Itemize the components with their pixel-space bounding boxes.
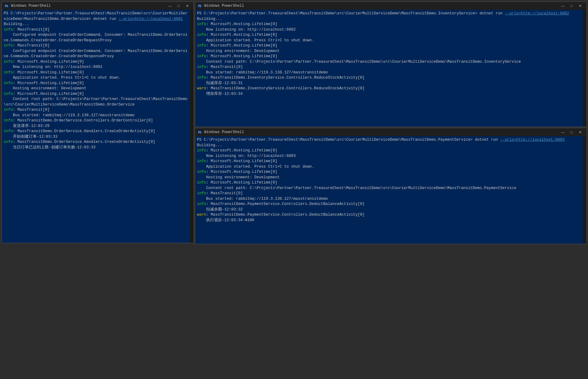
info-label: info [4, 129, 13, 133]
info-label: info [4, 43, 13, 48]
scrollbar[interactable] [583, 136, 586, 244]
svg-text:PS: PS [5, 5, 8, 8]
svg-text:PS: PS [198, 131, 202, 134]
minimize-button[interactable]: — [559, 3, 567, 9]
maximize-button[interactable]: □ [567, 129, 575, 135]
window-title: Windows PowerShell [204, 4, 559, 8]
powershell-window-win1: PS Windows PowerShell—□✕PS C:\Projects\P… [2, 2, 194, 243]
titlebar[interactable]: PS Windows PowerShell—□✕ [195, 128, 586, 136]
terminal-line: Bus started: rabbitmq://119.3.138.127/ma… [4, 113, 188, 118]
log-text: : MassTransit[0] [13, 108, 50, 112]
terminal-line: Hosting environment: Development [197, 49, 581, 54]
info-label: info [197, 33, 206, 37]
log-text: : Microsoft.Hosting.Lifetime[0] [13, 81, 84, 85]
window-title: Windows PowerShell [204, 130, 559, 134]
terminal-line: info: Microsoft.Hosting.Lifetime[0] [4, 70, 188, 76]
info-label: info [4, 140, 13, 144]
log-text: 当日订单已达到上限-创建订单失败-12:03:33 [4, 145, 96, 150]
window-controls: —□✕ [166, 3, 191, 9]
log-text: : MassTransit[0] [13, 43, 50, 48]
log-text: Now listening on: http://localhost:6002 [197, 28, 296, 32]
ps-body: PS C:\Projects\Partner\Partner.TreasureC… [195, 10, 586, 127]
log-text: : Microsoft.Hosting.Lifetime[0] [206, 33, 277, 37]
titlebar[interactable]: PS Windows PowerShell—□✕ [2, 2, 194, 10]
terminal-line: Application started. Press Ctrl+C to shu… [4, 75, 188, 81]
log-text: : MassTransitDemo.InventoryService.Contr… [206, 86, 365, 91]
terminal-line: Now listening on: http://localhost:6003 [197, 154, 581, 159]
warn-label: warn [197, 213, 206, 217]
terminal-line: info: Microsoft.Hosting.Lifetime[0] [197, 22, 581, 27]
terminal-line: Content root path: C:\Projects\Partner\P… [4, 97, 188, 107]
info-label: info [197, 202, 206, 206]
titlebar[interactable]: PS Windows PowerShell—□✕ [195, 2, 586, 10]
info-label: info [197, 180, 206, 185]
desktop: PS Windows PowerShell—□✕PS C:\Projects\P… [0, 0, 588, 379]
terminal-line: 扣减库存-12:03:31 [197, 81, 581, 86]
terminal-line: warn: MassTransitDemo.InventoryService.C… [197, 86, 581, 91]
terminal-line: info: MassTransitDemo.OrderService.Handl… [4, 139, 188, 145]
info-label: info [4, 60, 13, 64]
log-text: Hosting environment: Development [197, 175, 280, 180]
terminal-line: 开始创建订单-12:03:33 [4, 134, 188, 140]
ps-body: PS C:\Projects\Partner\Partner.TreasureC… [2, 10, 194, 243]
minimize-button[interactable]: — [166, 3, 174, 9]
terminal-line: info: MassTransitDemo.OrderService.Handl… [4, 129, 188, 134]
log-text: Bus started: rabbitmq://119.3.138.127/ma… [197, 197, 328, 201]
log-text: Building... [4, 22, 29, 26]
terminal-line: Bus started: rabbitmq://119.3.138.127/ma… [197, 196, 581, 202]
powershell-window-win2: PS Windows PowerShell—□✕PS C:\Projects\P… [195, 2, 587, 127]
minimize-button[interactable]: — [559, 129, 567, 135]
terminal-content[interactable]: PS C:\Projects\Partner\Partner.TreasureC… [2, 10, 190, 243]
terminal-line: info: MassTransit[0] [197, 65, 581, 70]
log-text: Application started. Press Ctrl+C to shu… [4, 76, 121, 80]
terminal-line: info: Microsoft.Hosting.Lifetime[0] [4, 91, 188, 97]
log-text: Configured endpoint CreateOrderCommand, … [4, 49, 187, 59]
terminal-content[interactable]: PS C:\Projects\Partner\Partner.TreasureC… [195, 136, 583, 244]
terminal-line: PS C:\Projects\Partner\Partner.TreasureC… [4, 11, 188, 22]
log-text: : Microsoft.Hosting.Lifetime[0] [206, 180, 277, 185]
scrollbar[interactable] [190, 10, 194, 243]
window-title: Windows PowerShell [11, 4, 166, 8]
terminal-line: info: Microsoft.Hosting.Lifetime[0] [197, 159, 581, 164]
powershell-icon: PS [4, 3, 9, 8]
log-text: 发送请求-12:03:29 [4, 124, 50, 128]
log-text: : Microsoft.Hosting.Lifetime[0] [206, 170, 277, 174]
terminal-line: 扣减余额-12:03:32 [197, 207, 581, 213]
log-text: : MassTransit[0] [206, 65, 243, 69]
terminal-line: Building... [4, 22, 188, 27]
powershell-window-win3: PS Windows PowerShell—□✕PS C:\Projects\P… [195, 128, 587, 244]
log-text: Building... [197, 143, 222, 147]
maximize-button[interactable]: □ [175, 3, 183, 9]
log-text: : Microsoft.Hosting.Lifetime[0] [206, 43, 277, 48]
log-text: Now listening on: http://localhost:6001 [4, 65, 103, 69]
log-text: Now listening on: http://localhost:6003 [197, 154, 296, 158]
info-label: info [197, 54, 206, 58]
terminal-line: 当日订单已达到上限-创建订单失败-12:03:33 [4, 145, 188, 150]
scrollbar[interactable] [583, 10, 586, 127]
info-label: info [4, 108, 13, 112]
prompt-text: PS C:\Projects\Partner\Partner.TreasureC… [197, 11, 505, 16]
terminal-line: Hosting environment: Development [197, 175, 581, 180]
ps-body: PS C:\Projects\Partner\Partner.TreasureC… [195, 136, 586, 244]
terminal-line: Building... [197, 17, 581, 22]
log-text: Content root path: C:\Projects\Partner\P… [197, 60, 521, 64]
close-button[interactable]: ✕ [576, 129, 584, 135]
terminal-line: Configured endpoint CreateOrderCommand, … [4, 49, 188, 59]
log-text: 开始创建订单-12:03:33 [4, 135, 58, 139]
close-button[interactable]: ✕ [576, 3, 584, 9]
log-text: Content root path: C:\Projects\Partner\P… [4, 97, 187, 107]
close-button[interactable]: ✕ [183, 3, 191, 9]
powershell-icon: PS [198, 3, 202, 8]
info-label: info [197, 22, 206, 26]
log-text: Bus started: rabbitmq://119.3.138.127/ma… [197, 70, 328, 75]
log-text: Content root path: C:\Projects\Partner\P… [197, 186, 516, 190]
info-label: info [197, 148, 206, 153]
maximize-button[interactable]: □ [567, 3, 575, 9]
log-text: 执行退款-12:03:34-¥100 [197, 218, 254, 222]
terminal-content[interactable]: PS C:\Projects\Partner\Partner.TreasureC… [195, 10, 583, 127]
terminal-line: 增加库存-12:03:34 [197, 91, 581, 97]
info-label: info [197, 191, 206, 195]
terminal-line: info: Microsoft.Hosting.Lifetime[0] [4, 59, 188, 65]
terminal-line: Bus started: rabbitmq://119.3.138.127/ma… [197, 70, 581, 76]
svg-text:PS: PS [198, 5, 202, 8]
